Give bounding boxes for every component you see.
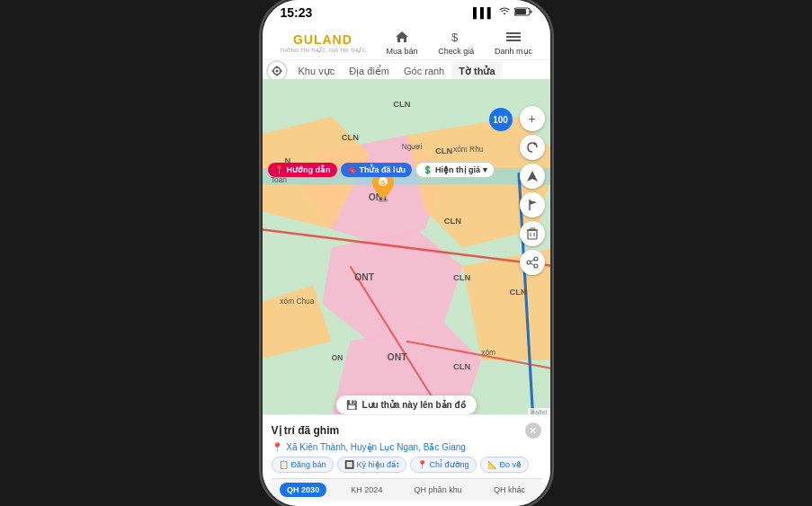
bottom-panel: Vị trí đã ghim ✕ 📍 Xã Kiên Thành, Huyện … <box>263 414 550 506</box>
panel-title: Vị trí đã ghim <box>272 424 340 437</box>
mua-ban-label: Mua bán <box>387 47 418 56</box>
svg-point-56 <box>527 261 531 264</box>
action-do-ve[interactable]: 📐 Đo vẽ <box>480 457 530 473</box>
panel-close-button[interactable]: ✕ <box>525 422 541 439</box>
share-button[interactable] <box>520 250 545 275</box>
svg-rect-1 <box>515 9 526 14</box>
save-label: Lưu thửa này lên bản đồ <box>361 400 465 410</box>
svg-point-54 <box>534 257 538 261</box>
nav-mua-ban[interactable]: Mua bán <box>387 29 418 56</box>
phone-frame: 15:23 ▌▌▌ GULAND THÔNG TIN <box>263 0 550 506</box>
svg-point-43 <box>378 198 388 202</box>
status-bar: 15:23 ▌▌▌ <box>263 0 550 25</box>
status-icons: ▌▌▌ <box>473 7 531 18</box>
top-bar: GULAND THÔNG TIN THỰC, GIÁ TRỊ THỰC Mua … <box>263 25 550 60</box>
nav-danh-muc[interactable]: Danh mục <box>495 29 532 56</box>
svg-text:ONT: ONT <box>354 272 375 282</box>
svg-text:xóm: xóm <box>481 348 495 357</box>
home-icon <box>392 29 412 45</box>
signal-icon: ▌▌▌ <box>473 7 494 18</box>
action-chi-duong[interactable]: 📍 Chỉ đường <box>410 457 477 473</box>
battery-icon <box>514 7 532 18</box>
svg-line-58 <box>531 263 534 265</box>
map-container[interactable]: 📍 Hướng dẫn 🔖 Thửa đã lưu 💲 Hiện thị giá… <box>263 79 550 416</box>
svg-rect-2 <box>530 11 531 13</box>
svg-point-55 <box>534 264 538 268</box>
svg-text:CLN: CLN <box>393 100 410 109</box>
address-icon: 📍 <box>272 442 282 452</box>
svg-text:CLN: CLN <box>341 133 358 142</box>
svg-text:CLN: CLN <box>453 362 470 371</box>
filter-thua-da-luu[interactable]: 🔖 Thửa đã lưu <box>341 163 413 177</box>
svg-text:xóm Rhu: xóm Rhu <box>453 145 484 154</box>
flag-button[interactable] <box>520 192 545 217</box>
svg-text:ON: ON <box>331 353 343 362</box>
tab-kh-2024[interactable]: KH 2024 <box>344 483 389 497</box>
ky-hieu-icon: 🔲 <box>344 460 354 469</box>
delete-button[interactable] <box>520 221 545 246</box>
svg-text:CLN: CLN <box>509 288 526 297</box>
dollar-icon: $ <box>446 29 466 45</box>
tab-qh-khac[interactable]: QH khác <box>486 483 532 497</box>
map-controls: + <box>520 106 545 275</box>
wifi-icon <box>498 7 511 18</box>
action-dang-ban[interactable]: 📋 Đăng bán <box>272 457 334 473</box>
logo-sub: THÔNG TIN THỰC, GIÁ TRỊ THỰC <box>280 47 366 53</box>
save-icon: 💾 <box>346 400 357 410</box>
dollar-sign-icon: 💲 <box>423 165 433 174</box>
chi-duong-icon: 📍 <box>417 460 427 469</box>
svg-rect-53 <box>530 228 535 230</box>
tab-qh-2030[interactable]: QH 2030 <box>280 483 326 497</box>
dang-ban-icon: 📋 <box>279 460 289 469</box>
danh-muc-label: Danh mục <box>495 47 532 56</box>
nav-check-gia[interactable]: $ Check giá <box>438 29 474 56</box>
svg-point-8 <box>275 70 278 73</box>
panel-header: Vị trí đã ghim ✕ <box>272 422 541 439</box>
svg-text:xóm Chua: xóm Chua <box>280 297 314 306</box>
menu-icon <box>504 29 523 45</box>
svg-text:$: $ <box>451 31 459 44</box>
status-time: 15:23 <box>281 5 313 20</box>
zoom-in-button[interactable]: + <box>520 106 545 131</box>
panel-address: 📍 Xã Kiên Thành, Huyện Lục Ngan, Bắc Gia… <box>272 442 541 452</box>
do-ve-icon: 📐 <box>487 460 497 469</box>
tab-qh-phan-khu[interactable]: QH phân khu <box>407 483 469 497</box>
svg-text:ONT: ONT <box>387 352 407 362</box>
panel-actions: 📋 Đăng bán 🔲 Ký hiệu đất 📍 Chỉ đường 📐 Đ… <box>272 457 541 473</box>
bottom-tabs: QH 2030 KH 2024 QH phân khu QH khác <box>272 478 541 501</box>
logo: GULAND THÔNG TIN THỰC, GIÁ TRỊ THỰC <box>280 32 366 53</box>
svg-line-57 <box>531 260 534 262</box>
map-pin-icon: 📍 <box>274 165 284 174</box>
bookmark-icon: 🔖 <box>347 165 357 174</box>
svg-text:CLN: CLN <box>435 146 452 155</box>
action-ky-hieu-dat[interactable]: 🔲 Ký hiệu đất <box>337 457 406 473</box>
svg-rect-49 <box>528 230 537 239</box>
refresh-button[interactable] <box>520 135 545 160</box>
svg-text:CLN: CLN <box>453 273 470 282</box>
filter-huong-dan[interactable]: 📍 Hướng dẫn <box>268 163 337 177</box>
svg-text:CLN: CLN <box>443 217 460 226</box>
filter-hien-thi-gia[interactable]: 💲 Hiện thị giá ▾ <box>415 162 495 178</box>
save-bar[interactable]: 💾 Lưu thửa này lên bản đồ <box>335 395 476 414</box>
filter-bar: 📍 Hướng dẫn 🔖 Thửa đã lưu 💲 Hiện thị giá… <box>263 158 550 182</box>
address-text: Xã Kiên Thành, Huyện Lục Ngan, Bắc Giang <box>286 442 466 452</box>
svg-text:Người: Người <box>401 142 422 151</box>
tab-goc-ranh[interactable]: Góc ranh <box>397 61 451 81</box>
logo-text: GULAND <box>293 32 352 47</box>
check-gia-label: Check giá <box>438 47 474 56</box>
map-badge-100: 100 <box>489 108 513 131</box>
